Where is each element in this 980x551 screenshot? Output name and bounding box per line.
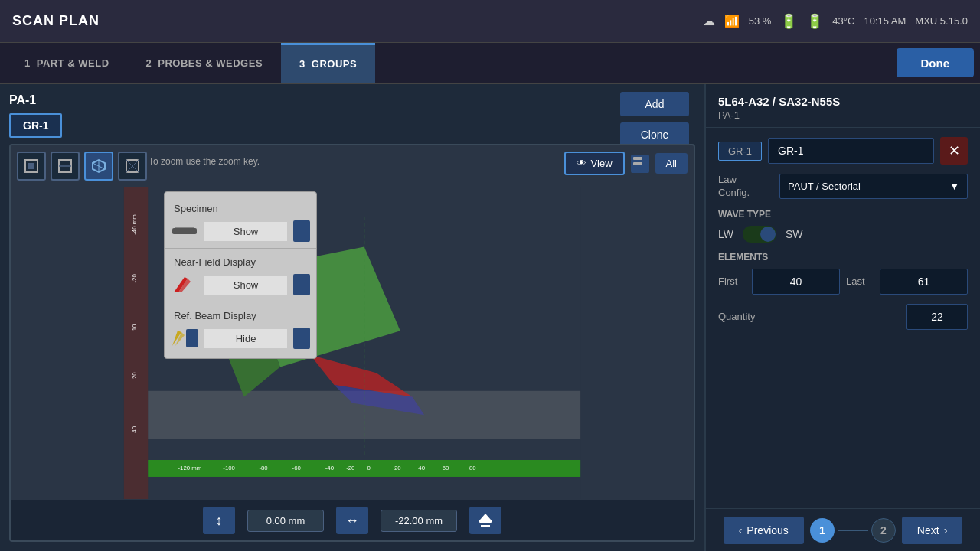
view-canvas: To zoom use the zoom key. 👁 View All [9, 144, 695, 542]
probe-sub: PA-1 [718, 109, 968, 121]
chevron-right-icon: › [944, 524, 948, 536]
version: MXU 5.15.0 [915, 15, 968, 27]
main-content: PA-1 GR-1 Add Clone [0, 84, 980, 551]
toggle-thumb [760, 227, 776, 242]
scan-ctrl-btn[interactable] [469, 507, 501, 534]
chevron-left-icon: ‹ [739, 524, 743, 536]
status-bar: ☁ 📶 53 % 🔋 🔋 43°C 10:15 AM MXU 5.15.0 [703, 13, 968, 30]
app-title: SCAN PLAN [12, 13, 100, 29]
divider-2 [165, 302, 316, 302]
wave-type-row: LW SW [718, 226, 968, 243]
time: 10:15 AM [864, 15, 906, 27]
view-btn-side[interactable] [51, 152, 80, 181]
tab-label-2: PROBES & WEDGES [158, 57, 263, 69]
all-button[interactable]: All [655, 153, 688, 174]
page-dot-2[interactable]: 2 [871, 518, 896, 543]
wave-toggle[interactable] [743, 226, 776, 243]
probe-title: 5L64-A32 / SA32-N55S [718, 95, 968, 108]
svg-text:20: 20 [131, 372, 138, 379]
gr-name-input[interactable] [768, 138, 934, 164]
next-btn-label: Next [917, 524, 939, 536]
svg-rect-38 [172, 228, 197, 234]
first-cell: First 40 [718, 269, 840, 295]
law-config-row: LawConfig. PAUT / Sectorial ▼ [718, 174, 968, 200]
nearfield-show-button[interactable]: Show [204, 276, 287, 295]
chevron-down-icon: ▼ [949, 181, 959, 192]
add-button[interactable]: Add [620, 92, 689, 116]
svg-text:-80: -80 [259, 465, 268, 471]
page-dot-1[interactable]: 1 [810, 518, 835, 543]
specimen-icon [171, 220, 198, 242]
next-button[interactable]: Next › [902, 517, 962, 544]
battery-status: 53 % [749, 15, 772, 27]
horizontal-value: -22.00 mm [381, 510, 457, 532]
temperature: 43°C [832, 15, 854, 27]
svg-text:10: 10 [131, 324, 138, 331]
svg-text:80: 80 [469, 465, 476, 471]
view-btn-label: View [591, 158, 612, 169]
top-bar: SCAN PLAN ☁ 📶 53 % 🔋 🔋 43°C 10:15 AM MXU… [0, 0, 980, 43]
horizontal-ctrl-btn[interactable]: ↔ [336, 507, 368, 534]
first-value: 40 [752, 269, 840, 295]
gr-badge[interactable]: GR-1 [9, 113, 62, 138]
svg-marker-45 [480, 514, 491, 520]
nearfield-toggle[interactable] [293, 274, 310, 295]
view-toggle-button[interactable]: 👁 View [564, 152, 625, 175]
bottom-controls: ↕ 0.00 mm ↔ -22.00 mm [11, 500, 694, 540]
gr-tag: GR-1 [718, 142, 762, 161]
law-config-select[interactable]: PAUT / Sectorial ▼ [779, 174, 968, 199]
canvas-area: PA-1 GR-1 Add Clone [0, 84, 704, 551]
wifi-icon: ☁ [703, 14, 715, 28]
tab-num-1: 1 [24, 57, 31, 69]
refbeam-section-title: Ref. Beam Display [165, 305, 316, 324]
quantity-value: 22 [906, 304, 968, 330]
tab-groups[interactable]: 3 GROUPS [281, 43, 375, 83]
view-btn-3d-active[interactable] [84, 152, 113, 181]
view-toggle: 👁 View All [564, 152, 688, 175]
tab-label-3: GROUPS [312, 58, 357, 70]
display-popup: Specimen Show Near-Field Display Show [164, 191, 317, 359]
svg-text:20: 20 [394, 465, 401, 471]
lw-label: LW [718, 228, 733, 240]
refbeam-hide-button[interactable]: Hide [204, 329, 287, 348]
svg-text:-20: -20 [131, 274, 138, 283]
svg-rect-39 [175, 227, 194, 228]
tab-probes-wedges[interactable]: 2 PROBES & WEDGES [128, 43, 282, 83]
svg-text:-40 mm: -40 mm [131, 214, 138, 235]
first-label: First [718, 276, 746, 287]
tab-label-1: PART & WELD [37, 57, 109, 69]
svg-text:40: 40 [418, 465, 425, 471]
pa-label: PA-1 [9, 93, 62, 107]
specimen-show-button[interactable]: Show [204, 222, 287, 241]
nearfield-row: Show [165, 271, 316, 298]
specimen-section-title: Specimen [165, 198, 316, 217]
right-header: 5L64-A32 / SA32-N55S PA-1 [706, 84, 980, 128]
delete-button[interactable]: ✕ [940, 137, 968, 165]
prev-btn-label: Previous [746, 524, 788, 536]
previous-button[interactable]: ‹ Previous [724, 517, 804, 544]
svg-text:-100: -100 [223, 465, 235, 471]
refbeam-icon [171, 328, 198, 349]
page-dot-line [838, 530, 868, 531]
tab-part-weld[interactable]: 1 PART & WELD [6, 43, 128, 83]
svg-rect-11 [633, 157, 642, 160]
battery-icon: 🔋 [780, 13, 797, 30]
view-btn-front[interactable] [17, 152, 46, 181]
svg-rect-12 [633, 162, 642, 165]
scene-viewport: -40 mm -20 10 20 40 -120 mm -100 -80 [11, 187, 694, 499]
done-button[interactable]: Done [897, 48, 975, 77]
refbeam-toggle[interactable] [293, 328, 310, 349]
last-label: Last [846, 276, 874, 287]
quantity-row: Quantity 22 [718, 304, 968, 330]
bottom-nav: ‹ Previous 1 2 Next › [706, 508, 980, 551]
vertical-ctrl-btn[interactable]: ↕ [203, 507, 235, 534]
nearfield-section-title: Near-Field Display [165, 252, 316, 271]
view-btn-top[interactable] [118, 152, 147, 181]
quantity-label: Quantity [718, 311, 900, 322]
svg-rect-1 [28, 163, 34, 169]
specimen-toggle[interactable] [293, 220, 310, 242]
svg-rect-26 [148, 460, 580, 477]
svg-text:-40: -40 [325, 465, 335, 471]
gr-row: GR-1 ✕ [718, 137, 968, 165]
divider-1 [165, 248, 316, 249]
